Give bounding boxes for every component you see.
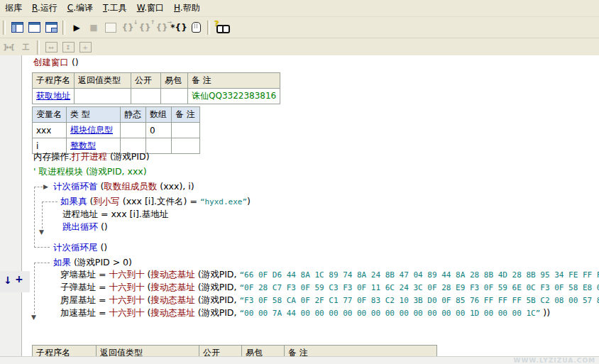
code-line[interactable]: 穿墙基址 = 十六到十 (搜动态基址 (游戏PID, “66 0F D6 44 … — [60, 269, 599, 281]
code-text: 搜动态基址 — [150, 307, 195, 318]
code-text: ( — [144, 294, 150, 305]
same-width-icon: ]↔[ — [0, 40, 17, 55]
menu-item-compile[interactable]: C.编译 — [62, 0, 98, 16]
table-cell[interactable]: 模块信息型 — [67, 123, 121, 138]
table-header-cell: 备 注 — [172, 107, 200, 123]
code-text: ( — [144, 269, 150, 280]
fit-both-icon: + — [77, 40, 94, 55]
editor-gutter — [0, 55, 22, 364]
code-text: 十六到十 — [109, 269, 144, 280]
run-to-cursor-icon[interactable]: *{} — [170, 20, 187, 35]
table-row: xxx模块信息型0 — [33, 123, 200, 138]
table-header-cell: 变量名 — [33, 107, 67, 123]
find-help-icon[interactable]: ? — [213, 20, 230, 35]
code-text: (xxx), i) — [157, 181, 194, 192]
code-text: 到小写 — [93, 196, 120, 206]
bottom-strip: WWW.LYZIZUA.COM — [0, 356, 599, 364]
code-line[interactable]: 如果 (游戏PID > 0) — [53, 257, 132, 268]
code-text: 跳出循环 — [62, 221, 98, 232]
code-line[interactable]: ' 取进程模块 (游戏PID, xxx) — [33, 166, 147, 177]
toolbar-separator — [62, 21, 65, 35]
table-header-cell: 数组 — [146, 107, 172, 123]
code-text: 房屋基址 = — [60, 294, 109, 305]
table-cell[interactable] — [172, 123, 200, 138]
subroutine-table: 子程序名返回值类型公开易包备 注获取地址诛仙QQ3322383816 — [32, 72, 280, 104]
code-text: 子弹基址 = — [60, 282, 109, 292]
table-header-cell: 备 注 — [285, 346, 437, 357]
local-variable-table: 变量名类 型静态数组备 注xxx模块信息型0i整数型 — [32, 106, 200, 154]
table-cell[interactable] — [161, 89, 188, 104]
same-height-icon: 工 — [17, 40, 34, 55]
toolbar-separator — [3, 21, 6, 35]
step-into-icon: {}↓ — [119, 20, 136, 35]
alignment-toolbar: ]↔[ 工 ↔ ↕ + — [0, 38, 599, 57]
split-window-icon[interactable] — [26, 20, 43, 35]
table-header-cell: 易包 — [242, 346, 285, 357]
code-editor[interactable]: ↓ + ▶ ▼ ▼ 子程序名返回值类型公开易包备 注获取地址诛仙QQ332238… — [0, 55, 599, 364]
if-connector — [34, 263, 50, 264]
code-text: 计次循环尾 — [53, 242, 98, 253]
code-string: “F3 0F 58 CA 0F 2F C1 77 0F 83 C2 10 3B … — [239, 296, 599, 305]
menu-item-run[interactable]: R.运行 — [27, 0, 62, 16]
add-bookmark-icon[interactable]: + — [15, 274, 23, 284]
table-cell[interactable]: 获取地址 — [33, 89, 75, 104]
table-cell[interactable] — [172, 138, 200, 154]
if-true-connector — [42, 202, 43, 228]
goto-bookmark-icon[interactable]: ↓ — [4, 275, 12, 285]
code-line[interactable]: 计次循环尾 () — [53, 242, 107, 253]
new-window-icon[interactable] — [9, 20, 26, 35]
grid-window-icon[interactable] — [43, 20, 60, 35]
code-line[interactable]: 子弹基址 = 十六到十 (搜动态基址 (游戏PID, “0F 28 C7 F3 … — [60, 282, 599, 294]
code-string: “hyxd.exe” — [200, 197, 247, 206]
run-icon[interactable]: ▶ — [68, 20, 85, 35]
table-header-cell: 返回值类型 — [75, 73, 131, 89]
fit-width-icon: ↔ — [43, 40, 60, 55]
pause-hand-icon[interactable] — [187, 20, 204, 35]
toolbar-separator — [37, 40, 40, 55]
menu-item-help[interactable]: H.帮助 — [169, 0, 205, 16]
code-text: 搜动态基址 — [150, 282, 195, 292]
watermark: WWW.LYZIZUA.COM — [513, 357, 595, 364]
block-start-arrow-icon: ▶ — [43, 184, 48, 190]
code-text: () — [98, 242, 108, 253]
code-line[interactable]: 创建窗口 () — [33, 57, 79, 68]
table-cell[interactable] — [131, 89, 161, 104]
table-cell[interactable]: xxx — [33, 123, 67, 138]
table-header-cell: 返回值类型 — [97, 346, 199, 357]
table-cell[interactable]: 0 — [146, 123, 172, 138]
table-row: 获取地址诛仙QQ3322383816 — [33, 89, 280, 104]
code-line[interactable]: 如果真 (到小写 (xxx [i].文件名) = “hyxd.exe”) — [60, 196, 251, 208]
block-end-arrow-icon: ▼ — [39, 229, 44, 236]
menu-item-window[interactable]: W.窗口 — [132, 0, 169, 16]
code-text: 如果 — [53, 257, 71, 268]
debug-window-icon — [102, 20, 119, 35]
code-line[interactable]: 加速基址 = 十六到十 (搜动态基址 (游戏PID, “00 00 7A 44 … — [60, 307, 550, 319]
table-cell[interactable] — [75, 89, 131, 104]
easy-language-ide-window: 据库 R.运行 C.编译 T.工具 W.窗口 H.帮助 ▶ ■ {}↓ {}↑ … — [0, 0, 599, 364]
code-text: ) — [247, 196, 251, 206]
table-header-cell: 公开 — [131, 73, 161, 89]
code-string: “00 00 7A 44 00 00 00 00 00 00 00 00 00 … — [239, 309, 540, 318]
code-text: 加速基址 = — [60, 307, 109, 318]
menu-item-tools[interactable]: T.工具 — [98, 0, 132, 16]
code-line[interactable]: 内存操作.打开进程 (游戏PID) — [33, 151, 150, 162]
table-header-cell: 类 型 — [67, 107, 121, 123]
menu-item-database[interactable]: 据库 — [0, 0, 27, 16]
table-header-cell: 静态 — [121, 107, 146, 123]
code-line[interactable]: 进程地址 = xxx [i].基地址 — [62, 209, 168, 220]
code-text: 创建窗口 — [33, 57, 69, 67]
code-text: 进程地址 = xxx [i].基地址 — [62, 209, 168, 219]
table-cell[interactable] — [121, 123, 146, 138]
code-text: 穿墙基址 = — [60, 269, 109, 280]
code-line[interactable]: 房屋基址 = 十六到十 (搜动态基址 (游戏PID, “F3 0F 58 CA … — [60, 294, 599, 307]
code-line[interactable]: 计次循环首 (取数组成员数 (xxx), i) — [53, 181, 194, 192]
code-text: 计次循环首 — [53, 181, 98, 192]
table-cell[interactable] — [146, 138, 172, 154]
table-cell[interactable]: 诛仙QQ3322383816 — [188, 89, 280, 104]
step-out-icon: {}↑ — [136, 20, 153, 35]
code-line[interactable]: 跳出循环 () — [62, 221, 108, 233]
toolbar-separator — [207, 21, 210, 35]
code-text: 打开进程 — [72, 151, 107, 162]
loop-connector — [34, 187, 35, 248]
table-header-cell: 公开 — [199, 346, 242, 357]
